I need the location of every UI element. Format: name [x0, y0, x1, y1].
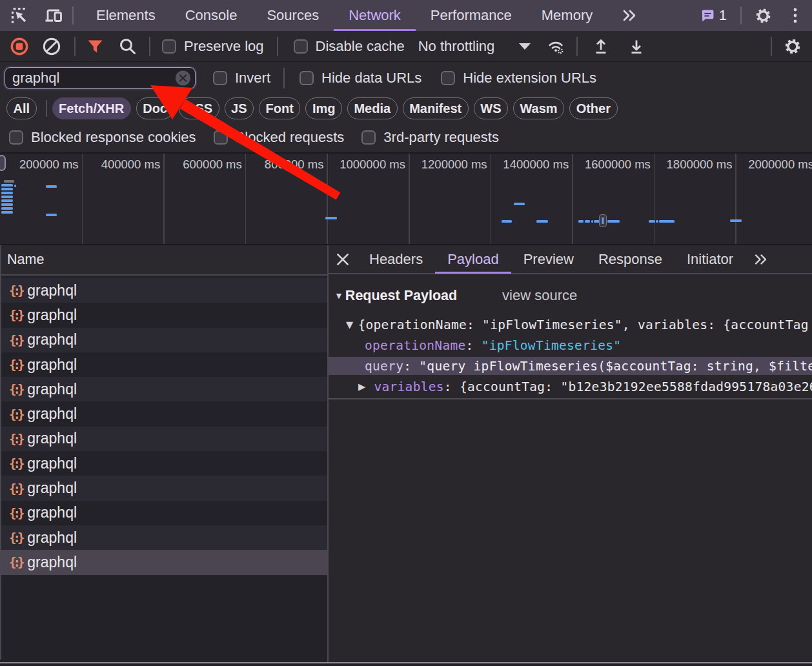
network-overview-timeline[interactable]: 200000 ms400000 ms600000 ms800000 ms1000… [0, 152, 812, 245]
hide-data-urls-checkbox-box[interactable] [299, 71, 314, 85]
more-tabs-icon[interactable] [613, 0, 647, 31]
request-name: graphql [27, 405, 77, 423]
network-conditions-icon[interactable] [547, 35, 566, 57]
checkbox-box[interactable] [361, 130, 376, 145]
preserve-log-checkbox[interactable]: Preserve log [162, 38, 264, 55]
type-chip-fetch-xhr[interactable]: Fetch/XHR [52, 97, 131, 119]
type-chip-js[interactable]: JS [225, 97, 254, 119]
throttling-select[interactable]: No throttling [418, 38, 531, 55]
details-more-tabs-icon[interactable] [746, 254, 776, 265]
request-row-graphql[interactable]: {:}graphql [1, 525, 327, 550]
request-row-graphql[interactable]: {:}graphql [1, 328, 327, 352]
request-row-graphql[interactable]: {:}graphql [1, 401, 327, 426]
type-chip-wasm[interactable]: Wasm [513, 97, 564, 119]
details-tab-preview[interactable]: Preview [511, 245, 586, 274]
payload-section-divider [329, 398, 812, 399]
request-row-graphql[interactable]: {:}graphql [1, 303, 327, 327]
tab-memory[interactable]: Memory [527, 0, 607, 31]
root-expand-icon[interactable]: ▼ [346, 319, 353, 330]
overview-tick-label: 1400000 ms [503, 157, 569, 172]
tab-network[interactable]: Network [334, 0, 416, 31]
inspect-element-icon[interactable] [10, 5, 29, 26]
overview-request-bar [585, 220, 590, 223]
tab-sources[interactable]: Sources [252, 0, 334, 31]
fetch-xhr-icon: {:} [9, 530, 21, 545]
request-name: graphql [27, 529, 77, 547]
checkbox-box[interactable] [214, 130, 228, 145]
name-column-header[interactable]: Name [1, 245, 327, 276]
type-chip-doc[interactable]: Doc [136, 97, 174, 119]
tab-elements[interactable]: Elements [81, 0, 170, 31]
type-chip-other[interactable]: Other [569, 97, 617, 119]
issues-counter[interactable]: 1 [700, 7, 727, 24]
request-row-graphql[interactable]: {:}graphql [1, 278, 327, 303]
overview-request-bar [1, 184, 13, 187]
hide-data-urls-checkbox[interactable]: Hide data URLs [299, 70, 421, 86]
overview-scrubber-handle[interactable] [599, 214, 607, 227]
view-source-link[interactable]: view source [502, 287, 577, 304]
request-row-graphql[interactable]: {:}graphql [1, 451, 327, 476]
close-icon [336, 253, 349, 266]
overview-request-bar [591, 220, 593, 223]
export-har-icon[interactable] [627, 35, 646, 57]
request-payload-section-header[interactable]: ▼ Request Payload view source [329, 274, 812, 314]
request-row-graphql[interactable]: {:}graphql [1, 550, 327, 574]
option-blocked-requests-checkbox[interactable]: Blocked requests [214, 129, 345, 146]
payload-separator: : [403, 359, 419, 374]
type-chip-img[interactable]: Img [305, 97, 342, 119]
disable-cache-checkbox[interactable]: Disable cache [294, 38, 405, 55]
overview-request-bar [578, 220, 584, 223]
checkbox-box[interactable] [9, 130, 23, 145]
record-network-log-button[interactable] [10, 35, 29, 57]
details-tab-headers[interactable]: Headers [357, 245, 435, 274]
overview-tick-label: 1200000 ms [421, 157, 487, 172]
hide-extension-urls-checkbox-box[interactable] [441, 71, 455, 85]
hide-extension-urls-checkbox[interactable]: Hide extension URLs [441, 70, 596, 86]
payload-root-preview: {operationName: "ipFlowTimeseries", vari… [358, 318, 808, 332]
preserve-log-checkbox-box[interactable] [162, 39, 176, 54]
details-tab-initiator[interactable]: Initiator [675, 245, 746, 274]
tab-performance[interactable]: Performance [416, 0, 527, 31]
kebab-menu-icon[interactable] [793, 7, 798, 24]
request-row-graphql[interactable]: {:}graphql [1, 476, 327, 500]
option-3rd-party-requests-checkbox[interactable]: 3rd-party requests [361, 129, 499, 146]
request-row-graphql[interactable]: {:}graphql [1, 352, 327, 377]
details-tab-payload[interactable]: Payload [435, 245, 511, 274]
invert-checkbox-box[interactable] [213, 71, 227, 85]
filter-input[interactable]: graphql [5, 67, 196, 89]
close-details-icon[interactable] [329, 253, 357, 266]
import-har-icon[interactable] [591, 35, 611, 57]
clear-network-log-button[interactable] [42, 35, 61, 57]
type-chip-ws[interactable]: WS [474, 97, 508, 119]
type-chip-media[interactable]: Media [347, 97, 398, 119]
device-toolbar-icon[interactable] [44, 5, 63, 26]
request-row-graphql[interactable]: {:}graphql [1, 427, 327, 451]
disable-cache-checkbox-box[interactable] [294, 39, 308, 54]
payload-root-line[interactable]: ▼{operationName: "ipFlowTimeseries", var… [329, 314, 812, 335]
payload-query-line[interactable]: query: "query ipFlowTimeseries($accountT… [329, 356, 812, 376]
settings-gear-icon[interactable] [755, 7, 772, 25]
variables-expand-icon[interactable]: ▶ [358, 381, 365, 392]
request-row-graphql[interactable]: {:}graphql [1, 501, 327, 525]
option-blocked-response-cookies-checkbox[interactable]: Blocked response cookies [9, 129, 196, 146]
clear-filter-icon[interactable] [176, 71, 190, 86]
payload-operation-name-line[interactable]: operationName: "ipFlowTimeseries" [329, 335, 812, 356]
search-icon[interactable] [118, 35, 137, 57]
payload-variables-line[interactable]: ▶variables: {accountTag: "b12e3b2192ee55… [329, 376, 812, 397]
invert-checkbox[interactable]: Invert [213, 70, 270, 86]
fetch-xhr-icon: {:} [9, 456, 21, 470]
tab-console[interactable]: Console [170, 0, 252, 31]
overview-left-handle[interactable] [0, 155, 6, 171]
request-row-graphql[interactable]: {:}graphql [1, 377, 327, 401]
filter-toggle-icon[interactable] [85, 35, 105, 57]
overview-request-bar [649, 220, 655, 223]
network-settings-gear-icon[interactable] [783, 35, 802, 57]
overview-request-bar [14, 185, 16, 187]
type-chip-css[interactable]: CSS [179, 97, 219, 119]
details-tab-response[interactable]: Response [586, 245, 675, 274]
type-chip-manifest[interactable]: Manifest [403, 97, 469, 119]
details-tabbar: Headers Payload Preview Response Initiat… [329, 245, 812, 274]
type-chip-font[interactable]: Font [259, 97, 300, 119]
section-expand-icon[interactable]: ▼ [334, 290, 343, 301]
type-chip-all[interactable]: All [6, 97, 37, 119]
